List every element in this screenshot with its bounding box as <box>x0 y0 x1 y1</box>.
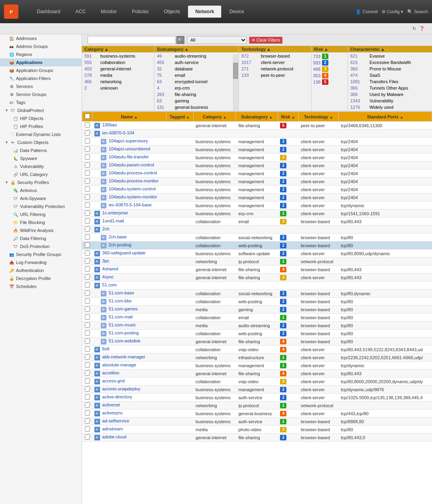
app-name-link[interactable]: acronis-snapdeploy <box>102 386 140 391</box>
row-checkbox[interactable] <box>85 146 90 152</box>
sidebar-item-regions[interactable]: 🌐 Regions <box>0 50 82 58</box>
list-item[interactable]: 488 3 <box>313 66 346 72</box>
table-row[interactable]: ⊞ 2ch-posting collaboration web-posting … <box>82 242 432 250</box>
list-item[interactable]: 1343Vulnerability <box>349 98 431 104</box>
row-checkbox[interactable] <box>85 410 90 416</box>
list-item[interactable]: 63gaming <box>155 98 232 104</box>
list-item[interactable]: 131general-business <box>155 104 232 110</box>
table-row[interactable]: ⊞ active-directory business-systems auth… <box>82 394 432 402</box>
table-row[interactable]: ⊞ activesync business-systems general-bu… <box>82 410 432 418</box>
app-name-link[interactable]: 104asdu-file-transfer <box>109 154 149 159</box>
sidebar-item-vulnerability-protection[interactable]: 🛡 Vulnerability Protection <box>0 202 82 210</box>
row-checkbox[interactable] <box>85 234 90 240</box>
app-name-link[interactable]: 104asdu-system-monitor <box>109 194 157 199</box>
row-checkbox[interactable] <box>85 250 90 256</box>
app-name-link[interactable]: 2ch-base <box>109 234 127 239</box>
clear-filters-button[interactable]: ✕ Clear Filters <box>249 37 282 44</box>
app-name-link[interactable]: 51.com-webdisk <box>109 338 140 343</box>
row-checkbox[interactable] <box>85 242 90 248</box>
row-checkbox[interactable] <box>85 282 90 288</box>
row-checkbox[interactable] <box>85 314 90 320</box>
select-all-header[interactable] <box>82 112 93 122</box>
sidebar-section-custom-objects[interactable]: ▼ ✏ Custom Objects <box>0 138 82 146</box>
table-row[interactable]: ⊞ 2ch-base collaboration social-networki… <box>82 234 432 242</box>
sidebar-item-services[interactable]: ⚙ Services <box>0 82 82 90</box>
list-item[interactable]: 872browser-based <box>240 53 310 59</box>
list-item[interactable]: 474SaaS <box>349 72 431 78</box>
row-checkbox[interactable] <box>85 130 90 136</box>
category-sort-icon[interactable]: ▲ <box>104 47 109 52</box>
row-checkbox[interactable] <box>85 122 90 128</box>
name-header[interactable]: Name ▲ <box>93 112 166 122</box>
tab-objects[interactable]: Objects <box>156 6 187 18</box>
list-item[interactable]: 283file-sharing <box>155 92 232 97</box>
row-checkbox-cell[interactable] <box>82 338 93 346</box>
app-name-link[interactable]: 3pc <box>102 258 110 263</box>
app-name-link[interactable]: 104asdu-param-control <box>109 162 154 167</box>
table-row[interactable]: ⊞ iec-60870-5-104 <box>82 130 432 138</box>
subcategory-scroll-thumb[interactable] <box>233 63 238 79</box>
app-name-link[interactable]: 2ch-posting <box>109 242 132 247</box>
row-checkbox[interactable] <box>85 362 90 368</box>
list-item[interactable]: 133peer-to-peer <box>240 72 310 78</box>
app-name-link[interactable]: 104apci-supervisory <box>109 138 148 143</box>
row-checkbox-cell[interactable] <box>82 178 93 186</box>
table-row[interactable]: ⊞ accellion general-internet file-sharin… <box>82 370 432 378</box>
app-name-link[interactable]: 1und1-mail <box>102 218 124 223</box>
app-name-link[interactable]: abb-network-manager <box>102 354 146 359</box>
list-item[interactable]: 271network-protocol <box>240 66 310 72</box>
list-item[interactable]: 353 4 <box>313 72 346 79</box>
row-checkbox-cell[interactable] <box>82 394 93 402</box>
row-checkbox[interactable] <box>85 266 90 272</box>
table-row[interactable]: ⊞ 3pc networking ip-protocol 1 network-p… <box>82 258 432 266</box>
list-item[interactable]: 621Evasive <box>349 53 431 59</box>
table-row[interactable]: ⊞ 4shared general-internet file-sharing … <box>82 266 432 274</box>
app-name-link[interactable]: 51.com-posting <box>109 330 139 335</box>
sidebar-item-log-forwarding[interactable]: 📤 Log Forwarding <box>0 258 82 266</box>
main-table-wrapper[interactable]: Name ▲ Tagged ▲ Category ▲ Subcategory ▲… <box>82 112 432 504</box>
row-checkbox-cell[interactable] <box>82 226 93 234</box>
row-checkbox-cell[interactable] <box>82 290 93 298</box>
list-item[interactable]: 615Excessive Bandwidth <box>349 60 431 65</box>
row-checkbox[interactable] <box>85 162 90 168</box>
table-row[interactable]: ⊞ adnstream media photo-video 3 browser-… <box>82 426 432 434</box>
app-name-link[interactable]: access-grid <box>102 378 125 383</box>
row-checkbox[interactable] <box>85 298 90 304</box>
sidebar-item-applications[interactable]: 📦 Applications <box>0 58 82 66</box>
search-submit-button[interactable]: 🔍 <box>176 36 184 44</box>
commit-button[interactable]: 👤 Commit <box>356 9 378 14</box>
row-checkbox-cell[interactable] <box>82 386 93 394</box>
row-checkbox-cell[interactable] <box>82 146 93 154</box>
row-checkbox-cell[interactable] <box>82 138 93 146</box>
row-checkbox[interactable] <box>85 354 90 360</box>
sidebar-item-antivirus[interactable]: 🦠 Antivirus <box>0 186 82 194</box>
table-row[interactable]: ⊞ 104apci-supervisory business-systems m… <box>82 138 432 146</box>
tab-device[interactable]: Device <box>222 6 251 18</box>
app-name-link[interactable]: 51.com-mail <box>109 314 133 319</box>
table-row[interactable]: ⊞ 51.com-music media audio-streaming 2 b… <box>82 322 432 330</box>
table-row[interactable]: ⊞ 1und1-mail collaboration email 3 brows… <box>82 218 432 226</box>
list-item[interactable]: 75email <box>155 72 232 78</box>
sidebar-section-globalprotect[interactable]: ▼ 🛡 GlobalProtect <box>0 106 82 114</box>
filter-select[interactable]: All <box>187 36 247 44</box>
app-name-link[interactable]: 51.com-music <box>109 322 136 327</box>
list-item[interactable]: 49audio-streaming <box>155 53 232 59</box>
app-name-link[interactable]: 104apci-unnumbered <box>109 146 150 151</box>
table-row[interactable]: ⊞ 51.com-bbs collaboration web-posting 2… <box>82 298 432 306</box>
sidebar-item-addresses[interactable]: 🏠 Addresses <box>0 34 82 42</box>
app-name-link[interactable]: 51.com <box>102 282 117 287</box>
row-checkbox-cell[interactable] <box>82 434 93 442</box>
sidebar-item-wildfire-analysis[interactable]: 🔥 WildFire Analysis <box>0 226 82 234</box>
row-checkbox[interactable] <box>85 186 90 192</box>
row-checkbox-cell[interactable] <box>82 258 93 266</box>
table-row[interactable]: ⊞ activenet networking ip-protocol 1 net… <box>82 402 432 410</box>
subcategory-sort-icon[interactable]: ▲ <box>184 47 189 52</box>
list-item[interactable]: 1276Widely used <box>349 104 431 110</box>
tab-monitor[interactable]: Monitor <box>94 6 124 18</box>
list-item[interactable]: 360Prone to Misuse <box>349 66 431 72</box>
row-checkbox[interactable] <box>85 330 90 336</box>
row-checkbox[interactable] <box>85 154 90 160</box>
app-name-link[interactable]: 51.com-base <box>109 290 134 295</box>
row-checkbox[interactable] <box>85 378 90 384</box>
row-checkbox[interactable] <box>85 322 90 328</box>
